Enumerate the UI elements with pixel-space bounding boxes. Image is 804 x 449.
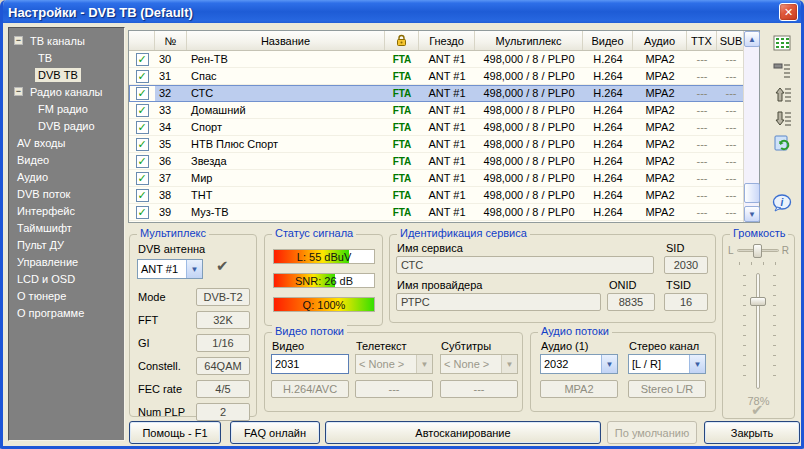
checkbox-checked-icon[interactable]: ✓	[136, 206, 149, 219]
cell-num: 36	[155, 153, 187, 169]
checkbox-checked-icon[interactable]: ✓	[136, 121, 149, 134]
sidebar-item[interactable]: О программе	[9, 304, 124, 321]
sidebar-item[interactable]: Пульт ДУ	[9, 236, 124, 253]
cell-mux: 498,000 / 8 / PLP0	[475, 153, 583, 169]
sidebar-item[interactable]: Таймшифт	[9, 219, 124, 236]
header-socket[interactable]: Гнездо	[419, 31, 475, 50]
close-button[interactable]: ✕	[779, 3, 798, 21]
cell-audio: MPA2	[633, 204, 687, 220]
sidebar-item-label: Аудио	[14, 170, 51, 184]
checkbox-checked-icon[interactable]: ✓	[136, 138, 149, 151]
sidebar-item[interactable]: DVB поток	[9, 185, 124, 202]
cell-audio: MPA2	[633, 170, 687, 186]
balance-slider-thumb[interactable]	[753, 244, 762, 258]
checkbox-checked-icon[interactable]: ✓	[136, 87, 149, 100]
scroll-up-icon[interactable]: ▲	[744, 31, 760, 47]
sidebar-item[interactable]: DVB радио	[9, 117, 124, 134]
remove-channel-icon[interactable]	[771, 60, 793, 80]
move-down-icon[interactable]	[771, 108, 793, 128]
volume-slider-track[interactable]	[756, 273, 760, 389]
header-sub[interactable]: SUB	[717, 31, 745, 50]
close-dialog-button[interactable]: Закрыть	[704, 421, 800, 444]
scroll-thumb[interactable]	[744, 183, 760, 203]
table-row[interactable]: ✓32СТСFTAANT #1498,000 / 8 / PLP0H.264MP…	[129, 85, 759, 102]
header-audio[interactable]: Аудио	[633, 31, 687, 50]
sidebar-item[interactable]: LCD и OSD	[9, 270, 124, 287]
channel-grid-icon[interactable]	[771, 33, 793, 53]
faq-button[interactable]: FAQ онлайн	[230, 421, 320, 444]
cell-sub: ---	[717, 187, 745, 203]
scroll-down-icon[interactable]: ▼	[744, 206, 760, 222]
table-row[interactable]: ✓39Муз-ТВFTAANT #1498,000 / 8 / PLP0H.26…	[129, 204, 759, 221]
header-access[interactable]	[385, 31, 419, 50]
antenna-select[interactable]: ANT #1 ▼	[137, 259, 203, 279]
cell-socket: ANT #1	[419, 68, 475, 84]
table-row[interactable]: ✓35НТВ Плюс СпортFTAANT #1498,000 / 8 / …	[129, 136, 759, 153]
video-pid-input[interactable]: 2031	[271, 354, 349, 374]
cell-num: 39	[155, 204, 187, 220]
table-row[interactable]: ✓33ДомашнийFTAANT #1498,000 / 8 / PLP0H.…	[129, 102, 759, 119]
table-row[interactable]: ✓31СпасFTAANT #1498,000 / 8 / PLP0H.264M…	[129, 68, 759, 85]
apply-antenna-icon[interactable]: ✔	[216, 257, 229, 275]
sidebar-item-label: О программе	[14, 306, 87, 320]
row-checkbox-cell: ✓	[129, 102, 155, 118]
checkbox-checked-icon[interactable]: ✓	[136, 172, 149, 185]
sidebar-item[interactable]: AV входы	[9, 134, 124, 151]
sidebar-item-label: Видео	[14, 153, 52, 167]
header-mux[interactable]: Мультиплекс	[475, 31, 583, 50]
checkbox-checked-icon[interactable]: ✓	[136, 189, 149, 202]
apply-volume-icon[interactable]: ✔	[751, 401, 764, 419]
sidebar-item[interactable]: Управление	[9, 253, 124, 270]
sidebar-item[interactable]: Интерфейс	[9, 202, 124, 219]
mux-field-label: FFT	[138, 314, 158, 326]
info-icon[interactable]: i	[771, 193, 793, 213]
collapse-icon[interactable]: −	[14, 87, 23, 96]
audio-pid-select[interactable]: 2032 ▼	[540, 354, 618, 374]
volume-slider-thumb[interactable]	[750, 297, 766, 306]
sidebar-item[interactable]: О тюнере	[9, 287, 124, 304]
table-row[interactable]: ✓37МирFTAANT #1498,000 / 8 / PLP0H.264MP…	[129, 170, 759, 187]
header-name[interactable]: Название	[187, 31, 385, 50]
checkbox-checked-icon[interactable]: ✓	[136, 104, 149, 117]
sidebar-item[interactable]: FM радио	[9, 100, 124, 117]
sidebar-item[interactable]: Видео	[9, 151, 124, 168]
collapse-icon[interactable]: −	[14, 36, 23, 45]
checkbox-checked-icon[interactable]: ✓	[136, 155, 149, 168]
sidebar-item[interactable]: ТВ	[9, 49, 124, 66]
stereo-select[interactable]: [L / R] ▼	[628, 354, 706, 374]
checkbox-checked-icon[interactable]: ✓	[136, 53, 149, 66]
table-row[interactable]: ✓36ЗвездаFTAANT #1498,000 / 8 / PLP0H.26…	[129, 153, 759, 170]
move-up-icon[interactable]	[771, 84, 793, 104]
cell-name: ТНТ	[187, 187, 385, 203]
service-name-label: Имя сервиса	[397, 242, 463, 254]
header-checkbox[interactable]	[129, 31, 155, 50]
sidebar-item[interactable]: DVB ТВ	[9, 66, 124, 83]
cell-num: 31	[155, 68, 187, 84]
sidebar-item[interactable]: −ТВ каналы	[9, 32, 124, 49]
sidebar-item[interactable]: −Радио каналы	[9, 83, 124, 100]
autoscan-button[interactable]: Автосканирование	[325, 421, 601, 444]
sid-field: 2030	[664, 256, 708, 274]
table-row[interactable]: ✓38ТНТFTAANT #1498,000 / 8 / PLP0H.264MP…	[129, 187, 759, 204]
checkbox-checked-icon[interactable]: ✓	[136, 70, 149, 83]
help-button[interactable]: Помощь - F1	[129, 421, 221, 444]
header-ttx[interactable]: TTX	[687, 31, 717, 50]
table-row[interactable]: ✓34СпортFTAANT #1498,000 / 8 / PLP0H.264…	[129, 119, 759, 136]
vertical-scrollbar[interactable]: ▲ ▼	[743, 31, 759, 222]
stereo-label: Стерео канал	[629, 340, 699, 352]
subtitles-label: Субтитры	[441, 340, 491, 352]
table-row[interactable]: ✓30Рен-ТВFTAANT #1498,000 / 8 / PLP0H.26…	[129, 51, 759, 68]
chevron-down-icon[interactable]: ▼	[601, 355, 617, 373]
chevron-down-icon[interactable]: ▼	[186, 260, 202, 278]
cell-socket: ANT #1	[419, 187, 475, 203]
header-video[interactable]: Видео	[583, 31, 633, 50]
cell-mux: 498,000 / 8 / PLP0	[475, 102, 583, 118]
header-num[interactable]: №	[155, 31, 187, 50]
mux-field-label: FEC rate	[138, 383, 182, 395]
chevron-down-icon[interactable]: ▼	[689, 355, 705, 373]
cell-audio: MPA2	[633, 119, 687, 135]
audio-pid-label: Аудио (1)	[541, 340, 589, 352]
cell-ttx: ---	[687, 187, 717, 203]
refresh-list-icon[interactable]	[771, 133, 793, 153]
sidebar-item[interactable]: Аудио	[9, 168, 124, 185]
